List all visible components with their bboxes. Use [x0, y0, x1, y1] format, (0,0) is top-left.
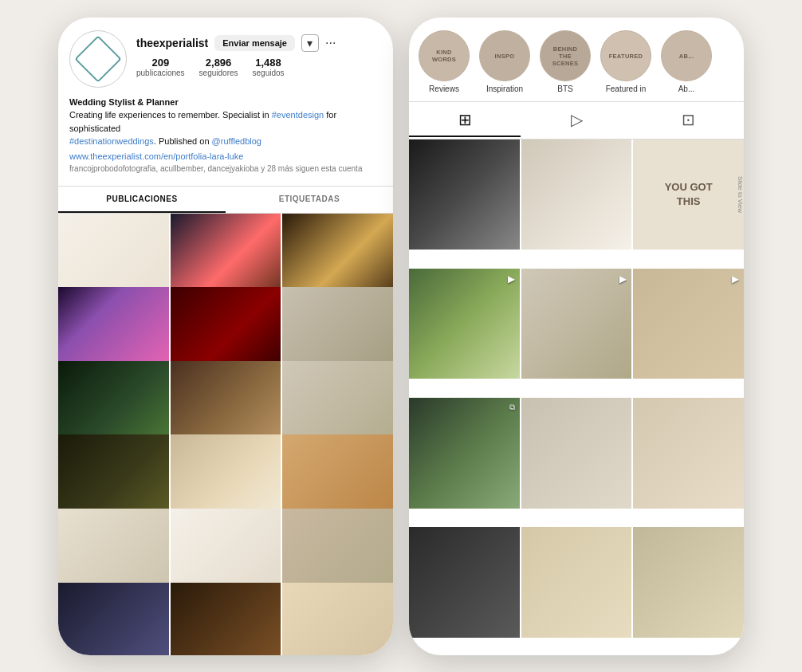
- bio-title: Wedding Stylist & Planner: [69, 97, 179, 107]
- tagged-icon: ⊡: [682, 110, 695, 129]
- stat-label-following: seguidos: [253, 69, 285, 77]
- stat-label-posts: publicaciones: [136, 69, 185, 77]
- stat-number-following: 1,488: [255, 57, 281, 69]
- highlight-circle-about: AB...: [661, 30, 712, 81]
- highlight-text-featured: FEATURED: [609, 52, 643, 59]
- left-phone-inner: theexperialist Enviar mensaje ▾ ··· 209 …: [58, 18, 393, 655]
- stat-number-followers: 2,896: [206, 57, 232, 69]
- right-cell-6[interactable]: ▶: [633, 269, 744, 379]
- bio-link3[interactable]: @ruffledblog: [212, 136, 261, 146]
- highlights-row: KINDWORDS Reviews INSPO Inspiration BEHI…: [409, 18, 744, 101]
- video-icon-6: ▶: [732, 273, 739, 285]
- highlight-label-bts: BTS: [557, 84, 572, 93]
- right-cell-12[interactable]: [633, 527, 744, 638]
- follow-dropdown-icon[interactable]: ▾: [301, 34, 319, 52]
- bio-link2[interactable]: #destinationweddings: [69, 136, 154, 146]
- highlight-label-inspiration: Inspiration: [486, 84, 523, 93]
- highlight-text-reviews: KINDWORDS: [432, 49, 456, 63]
- right-cell-10[interactable]: [409, 527, 520, 638]
- bio-line4: . Published on: [154, 136, 212, 146]
- highlight-label-reviews: Reviews: [429, 84, 459, 93]
- you-got-this-text: YOU GOTTHIS: [657, 172, 721, 217]
- right-photo-grid: YOU GOTTHIS Slide to View ▶ ▶ ▶ ⧉: [409, 140, 744, 655]
- grid-cell-16[interactable]: [58, 583, 169, 655]
- followers-preview: francojprobodofotografia, acullbember, d…: [69, 164, 382, 173]
- highlight-circle-inspiration: INSPO: [479, 30, 530, 81]
- ig-tabs: PUBLICACIONES ETIQUETADAS: [58, 186, 393, 214]
- tab-etiquetadas[interactable]: ETIQUETADAS: [226, 187, 393, 213]
- bio-link1[interactable]: #eventdesign: [272, 110, 324, 120]
- highlight-text-about: AB...: [679, 52, 694, 59]
- avatar: [69, 30, 127, 88]
- profile-stats: 209 publicaciones 2,896 seguidores 1,488…: [136, 57, 382, 77]
- video-icon-4: ▶: [508, 273, 515, 285]
- stat-number-posts: 209: [151, 57, 169, 69]
- bio-line1: Creating life experiences to remember. S…: [69, 110, 272, 120]
- highlight-featured[interactable]: FEATURED Featured in: [600, 30, 651, 93]
- right-cell-1[interactable]: [409, 140, 520, 250]
- right-cell-2[interactable]: [521, 140, 632, 250]
- more-options-icon[interactable]: ···: [325, 36, 336, 50]
- avatar-diamond-icon: [74, 35, 121, 82]
- tab-publicaciones[interactable]: PUBLICACIONES: [58, 187, 226, 213]
- highlight-circle-featured: FEATURED: [600, 30, 651, 81]
- reels-icon: ▷: [571, 110, 583, 129]
- highlight-label-featured: Featured in: [606, 84, 647, 93]
- grid-cell-18[interactable]: [282, 583, 393, 655]
- profile-header: theexperialist Enviar mensaje ▾ ··· 209 …: [58, 18, 393, 186]
- profile-bio: Wedding Stylist & Planner Creating life …: [69, 96, 382, 148]
- highlight-text-bts: BEHINDTHESCENES: [552, 45, 579, 66]
- highlight-about[interactable]: AB... Ab...: [661, 30, 712, 93]
- grid-view-icon: ⊞: [458, 110, 472, 129]
- stat-seguidores: 2,896 seguidores: [199, 57, 238, 77]
- highlight-inspiration[interactable]: INSPO Inspiration: [479, 30, 530, 93]
- username-row: theexperialist Enviar mensaje ▾ ···: [136, 34, 382, 52]
- right-cell-4[interactable]: ▶: [409, 269, 520, 379]
- grid-cell-17[interactable]: [171, 583, 281, 655]
- highlight-reviews[interactable]: KINDWORDS Reviews: [419, 30, 470, 93]
- right-tabs: ⊞ ▷ ⊡: [409, 101, 744, 140]
- photo-grid: [58, 214, 393, 655]
- highlight-bts[interactable]: BEHINDTHESCENES BTS: [540, 30, 591, 93]
- right-phone: KINDWORDS Reviews INSPO Inspiration BEHI…: [409, 18, 744, 655]
- right-cell-text[interactable]: YOU GOTTHIS Slide to View: [633, 140, 744, 250]
- right-cell-5[interactable]: ▶: [521, 269, 632, 379]
- right-tab-tagged[interactable]: ⊡: [632, 104, 744, 137]
- highlight-circle-reviews: KINDWORDS: [419, 30, 470, 81]
- right-cell-9[interactable]: [633, 398, 744, 509]
- right-cell-8[interactable]: [521, 398, 632, 509]
- main-container: theexperialist Enviar mensaje ▾ ··· 209 …: [42, 2, 760, 671]
- highlight-text-inspiration: INSPO: [495, 52, 515, 59]
- stat-seguidos: 1,488 seguidos: [253, 57, 285, 77]
- message-button[interactable]: Enviar mensaje: [214, 35, 295, 51]
- right-cell-11[interactable]: [521, 527, 632, 638]
- highlight-circle-bts: BEHINDTHESCENES: [540, 30, 591, 81]
- left-phone: theexperialist Enviar mensaje ▾ ··· 209 …: [58, 18, 393, 655]
- video-icon-7: ⧉: [509, 403, 515, 412]
- video-icon-5: ▶: [619, 273, 627, 285]
- right-cell-7[interactable]: ⧉: [409, 398, 520, 509]
- profile-info: theexperialist Enviar mensaje ▾ ··· 209 …: [136, 34, 382, 84]
- profile-top: theexperialist Enviar mensaje ▾ ··· 209 …: [69, 30, 382, 88]
- slide-to-view-label: Slide to View: [736, 176, 743, 213]
- profile-link[interactable]: www.theexperialist.com/en/portfolia-lara…: [69, 151, 382, 161]
- stat-publicaciones: 209 publicaciones: [136, 57, 185, 77]
- highlight-label-about: Ab...: [678, 84, 695, 93]
- right-tab-reels[interactable]: ▷: [521, 104, 632, 137]
- stat-label-followers: seguidores: [199, 69, 238, 77]
- right-tab-grid[interactable]: ⊞: [409, 104, 521, 137]
- username: theexperialist: [136, 37, 208, 49]
